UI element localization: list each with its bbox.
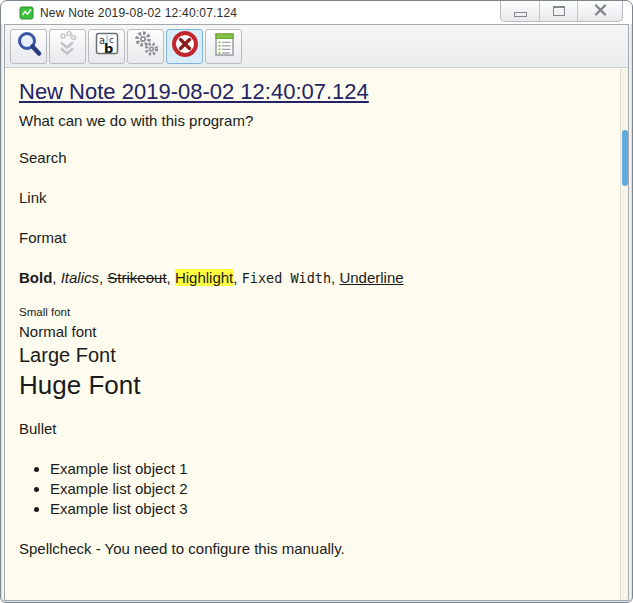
- window-controls: [500, 1, 623, 22]
- client-area: a c b: [4, 24, 629, 601]
- close-icon: [594, 2, 607, 20]
- separator: ,: [52, 269, 60, 286]
- note-list-button[interactable]: [205, 29, 242, 64]
- scrollbar[interactable]: [620, 69, 628, 600]
- strikeout-sample: Strikeout: [107, 269, 166, 286]
- link-section-label: Link: [19, 188, 608, 208]
- abc-letters-icon: a c b: [91, 28, 123, 64]
- small-font-sample: Small font: [19, 305, 608, 320]
- maximize-icon: [553, 6, 565, 16]
- separator: ,: [233, 269, 241, 286]
- import-button[interactable]: [49, 29, 86, 64]
- list-item: Example list object 1: [50, 459, 608, 479]
- find-replace-button[interactable]: a c b: [88, 29, 125, 64]
- huge-font-sample: Huge Font: [19, 369, 608, 401]
- underline-sample: Underline: [339, 269, 403, 286]
- list-item: Example list object 3: [50, 499, 608, 519]
- maximize-button[interactable]: [539, 1, 577, 21]
- separator: ,: [167, 269, 175, 286]
- format-demo-line: Bold, Italics, Strikeout, Highlight, Fix…: [19, 267, 608, 289]
- cancel-icon: [169, 28, 201, 64]
- toolbar: a c b: [5, 25, 628, 68]
- gears-icon: [130, 28, 162, 64]
- bullet-section-label: Bullet: [19, 419, 608, 439]
- close-button[interactable]: [577, 1, 622, 21]
- highlight-sample: Highlight: [175, 269, 233, 286]
- note-title-link[interactable]: New Note 2019-08-02 12:40:07.124: [19, 78, 608, 105]
- scrollbar-thumb[interactable]: [622, 130, 628, 186]
- intro-text: What can we do with this program?: [19, 111, 608, 131]
- app-window: New Note 2019-08-02 12:40:07.124: [0, 0, 633, 603]
- delete-note-button[interactable]: [166, 29, 203, 64]
- italics-sample: Italics: [61, 269, 99, 286]
- app-note-icon: [19, 5, 35, 21]
- note-list-icon: [208, 28, 240, 64]
- normal-font-sample: Normal font: [19, 322, 608, 342]
- format-section-label: Format: [19, 228, 608, 248]
- spellcheck-text: Spellcheck - You need to configure this …: [19, 539, 608, 559]
- bold-sample: Bold: [19, 269, 52, 286]
- import-icon: [52, 28, 84, 64]
- settings-button[interactable]: [127, 29, 164, 64]
- title-bar[interactable]: New Note 2019-08-02 12:40:07.124: [1, 1, 632, 24]
- search-button[interactable]: [10, 29, 47, 64]
- fixed-width-sample: Fixed Width: [242, 270, 331, 286]
- minimize-button[interactable]: [501, 1, 539, 21]
- bullet-list: Example list object 1 Example list objec…: [19, 459, 608, 519]
- minimize-icon: [514, 12, 527, 17]
- list-item: Example list object 2: [50, 479, 608, 499]
- note-content[interactable]: New Note 2019-08-02 12:40:07.124 What ca…: [5, 68, 628, 600]
- svg-text:b: b: [104, 41, 113, 56]
- large-font-sample: Large Font: [19, 343, 608, 368]
- window-title: New Note 2019-08-02 12:40:07.124: [40, 6, 237, 20]
- search-icon: [13, 28, 45, 64]
- search-section-label: Search: [19, 148, 608, 168]
